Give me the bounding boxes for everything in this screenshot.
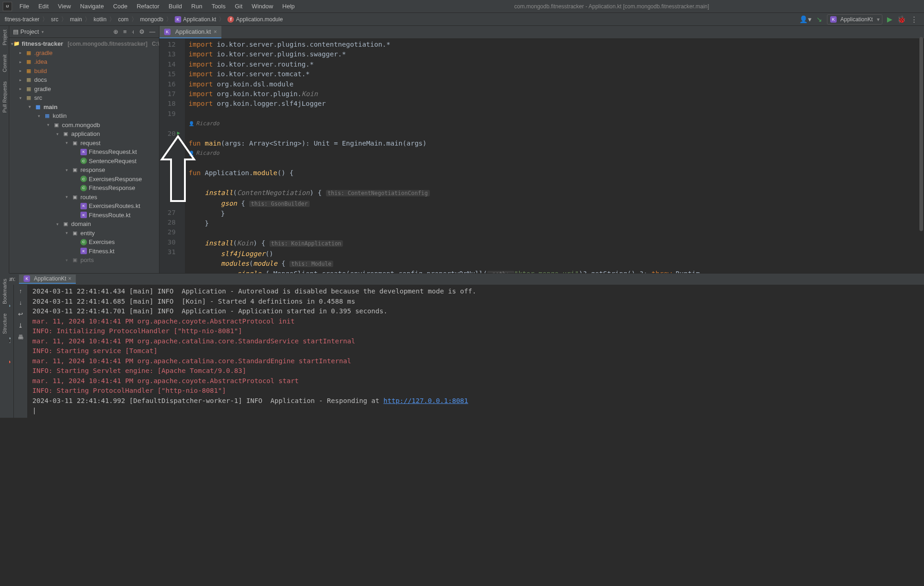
debug-button-icon[interactable]: 🐞: [897, 15, 906, 24]
breadcrumb[interactable]: fitness-tracker: [3, 16, 41, 23]
rail-project[interactable]: Project: [2, 28, 7, 47]
package-icon: ▣: [71, 167, 79, 173]
tree-item[interactable]: ▾▣com.mongodb: [9, 121, 159, 130]
kotlin-icon: K: [830, 16, 837, 23]
menu-refactor[interactable]: Refactor: [132, 1, 164, 12]
kotlin-file-icon: K: [164, 29, 171, 35]
breadcrumb[interactable]: src: [49, 16, 60, 23]
tree-item[interactable]: KFitnessRequest.kt: [9, 147, 159, 157]
user-icon[interactable]: 👤▾: [799, 15, 812, 24]
toolbar-right: 👤▾ ↘ K ApplicationKt ▶ 🐞 ⋮: [799, 14, 921, 24]
project-tree[interactable]: ▾📁 fitness-tracker [com.mongodb.fitnesst…: [9, 38, 159, 273]
rail-pull-requests[interactable]: Pull Requests: [2, 79, 7, 115]
tree-item[interactable]: ▸▦build: [9, 67, 159, 76]
scroll-icon[interactable]: ⤓: [18, 322, 23, 329]
tree-item[interactable]: ▸▦.gradle: [9, 49, 159, 58]
breadcrumb[interactable]: KApplication.kt: [173, 16, 218, 23]
breadcrumb[interactable]: main: [68, 16, 84, 23]
collapse-all-icon[interactable]: ⫞: [131, 28, 135, 35]
tree-item[interactable]: ▾▣ports: [9, 256, 159, 265]
more-actions-icon[interactable]: ⋮: [911, 15, 918, 24]
chevron-down-icon[interactable]: ▾: [42, 30, 44, 34]
tree-item[interactable]: CSentenceRequest: [9, 157, 159, 166]
tree-item[interactable]: ▸▦.idea: [9, 57, 159, 67]
breadcrumb[interactable]: kotlin: [92, 16, 108, 23]
settings-icon[interactable]: ⚙: [139, 28, 145, 35]
run-panel: Run: K ApplicationKt × ↻ 🔧 ■ ▣ 📷 🗑 📌 ↑ ↓…: [0, 273, 924, 418]
editor-panel: K Application.kt × 12131415 16171819 20▶…: [159, 26, 924, 273]
tree-item[interactable]: CExercises: [9, 238, 159, 247]
tree-item[interactable]: ▸▦gradle: [9, 85, 159, 94]
wrap-icon[interactable]: ↩: [18, 311, 23, 317]
kotlin-file-icon: K: [80, 212, 87, 218]
tree-item[interactable]: CExercisesResponse: [9, 175, 159, 184]
tree-item[interactable]: ▾▣routes: [9, 193, 159, 202]
menu-window[interactable]: Window: [247, 1, 278, 12]
tree-item[interactable]: ▾▦kotlin: [9, 111, 159, 121]
package-icon: ▣: [71, 140, 79, 146]
class-icon: C: [80, 158, 87, 164]
tree-item[interactable]: CFitnessResponse: [9, 183, 159, 193]
tree-item[interactable]: ▾▣domain: [9, 220, 159, 229]
main-area: Project Commit Pull Requests ▤ Project ▾…: [0, 26, 924, 273]
menu-build[interactable]: Build: [164, 1, 187, 12]
menu-view[interactable]: View: [53, 1, 75, 12]
console-output[interactable]: 2024-03-11 22:41:41.434 [main] INFO Appl…: [28, 285, 924, 418]
code-area[interactable]: import io.ktor.server.plugins.contentneg…: [185, 39, 924, 273]
folder-icon: ▦: [25, 59, 32, 65]
tree-item[interactable]: ▾▣entity: [9, 229, 159, 238]
class-icon: C: [80, 239, 87, 245]
tree-item[interactable]: ▸▦docs: [9, 75, 159, 85]
tree-item[interactable]: ▾▣request: [9, 139, 159, 148]
hammer-build-icon[interactable]: ↘: [816, 15, 822, 24]
run-button-icon[interactable]: ▶: [887, 15, 893, 24]
breadcrumb[interactable]: com: [116, 16, 130, 23]
menu-tools[interactable]: Tools: [207, 1, 230, 12]
tree-item[interactable]: ▾▣response: [9, 165, 159, 175]
kotlin-file-icon: K: [175, 16, 181, 23]
class-icon: C: [80, 176, 87, 182]
print-icon[interactable]: 🖶: [18, 334, 24, 341]
close-icon[interactable]: ×: [68, 275, 71, 282]
locate-icon[interactable]: ⊕: [113, 28, 118, 35]
gutter-run-icon[interactable]: ▶: [177, 128, 180, 138]
run-tab[interactable]: K ApplicationKt ×: [19, 275, 76, 284]
breadcrumb[interactable]: mongodb: [138, 16, 165, 23]
rail-bookmarks[interactable]: Bookmarks: [2, 277, 7, 306]
tree-item[interactable]: KFitnessRoute.kt: [9, 211, 159, 220]
rail-structure[interactable]: Structure: [2, 311, 7, 336]
folder-icon: ▦: [34, 104, 42, 110]
url-link[interactable]: http://127.0.0.1:8081: [384, 397, 468, 404]
editor-tab[interactable]: K Application.kt ×: [159, 26, 221, 38]
menu-edit[interactable]: Edit: [34, 1, 53, 12]
folder-icon: 📁: [13, 41, 20, 47]
hide-panel-icon[interactable]: —: [149, 28, 155, 35]
menu-code[interactable]: Code: [109, 1, 132, 12]
menu-file[interactable]: File: [15, 1, 34, 12]
editor-tabs: K Application.kt ×: [159, 26, 924, 39]
menu-run[interactable]: Run: [187, 1, 207, 12]
tree-item[interactable]: ▾▦main: [9, 103, 159, 112]
folder-icon: ▦: [25, 86, 32, 92]
tree-item[interactable]: KExercisesRoutes.kt: [9, 201, 159, 211]
run-config-selector[interactable]: K ApplicationKt: [827, 14, 882, 24]
left-tool-rail: Project Commit Pull Requests: [0, 26, 9, 273]
ide-logo-icon: IJ: [3, 2, 12, 11]
down-arrow-icon[interactable]: ↓: [19, 299, 22, 306]
titlebar: IJ File Edit View Navigate Code Refactor…: [0, 0, 924, 13]
close-tab-icon[interactable]: ×: [214, 29, 217, 35]
rail-commit[interactable]: Commit: [2, 53, 7, 74]
editor-body[interactable]: 12131415 16171819 20▶ 27 28293031 import…: [159, 39, 924, 273]
package-icon: ▣: [62, 131, 69, 137]
kotlin-file-icon: K: [80, 203, 87, 209]
tree-item[interactable]: KFitness.kt: [9, 247, 159, 256]
expand-all-icon[interactable]: ≡: [123, 28, 127, 35]
tree-root[interactable]: ▾📁 fitness-tracker [com.mongodb.fitnesst…: [9, 39, 159, 49]
menu-git[interactable]: Git: [230, 1, 247, 12]
menu-navigate[interactable]: Navigate: [75, 1, 108, 12]
breadcrumb[interactable]: fApplication.module: [226, 16, 284, 23]
tree-item[interactable]: ▾▦src: [9, 93, 159, 103]
tree-item[interactable]: ▾▣application: [9, 129, 159, 139]
menu-help[interactable]: Help: [278, 1, 300, 12]
up-arrow-icon[interactable]: ↑: [19, 287, 22, 294]
